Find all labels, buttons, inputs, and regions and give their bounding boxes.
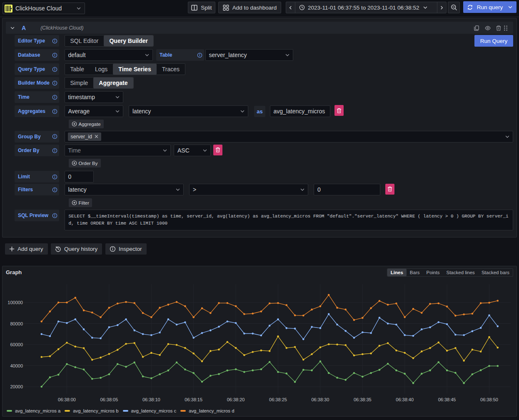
svg-text:06:38:20: 06:38:20 (227, 397, 245, 402)
svg-text:06:38:25: 06:38:25 (269, 397, 287, 402)
svg-text:60000: 60000 (10, 342, 23, 347)
svg-text:06:38:10: 06:38:10 (142, 397, 160, 402)
svg-text:06:38:35: 06:38:35 (354, 397, 372, 402)
svg-text:06:38:40: 06:38:40 (396, 397, 414, 402)
svg-text:80000: 80000 (10, 321, 23, 326)
svg-text:06:38:00: 06:38:00 (58, 397, 76, 402)
svg-text:20000: 20000 (10, 384, 23, 389)
svg-text:06:38:50: 06:38:50 (480, 397, 498, 402)
svg-text:06:38:05: 06:38:05 (100, 397, 118, 402)
svg-text:40000: 40000 (10, 363, 23, 368)
svg-text:06:38:30: 06:38:30 (311, 397, 329, 402)
svg-text:100000: 100000 (7, 300, 23, 305)
svg-text:06:38:15: 06:38:15 (185, 397, 202, 402)
svg-text:06:38:45: 06:38:45 (438, 397, 456, 402)
